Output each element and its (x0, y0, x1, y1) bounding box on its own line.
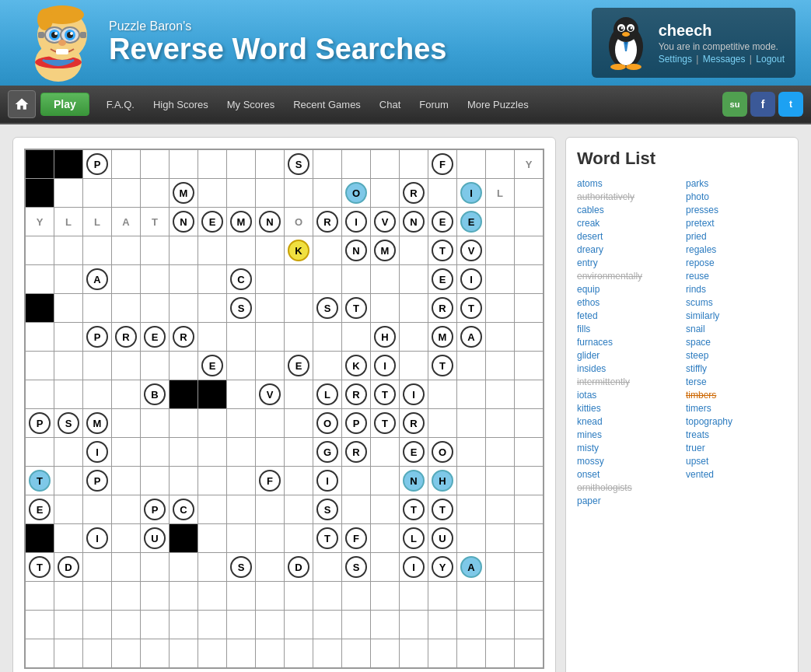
word-item[interactable]: photo (686, 191, 787, 202)
grid-cell[interactable] (371, 553, 399, 581)
grid-cell[interactable] (54, 380, 82, 408)
grid-cell[interactable] (170, 352, 198, 380)
grid-cell[interactable] (515, 380, 543, 408)
grid-cell[interactable]: P (342, 409, 370, 437)
grid-cell[interactable] (486, 639, 514, 667)
grid-cell[interactable]: G (313, 438, 341, 466)
grid-cell[interactable] (26, 582, 54, 610)
grid-cell[interactable] (112, 179, 140, 207)
word-item[interactable]: paper (577, 495, 678, 506)
grid-cell[interactable] (342, 611, 370, 639)
grid-cell[interactable] (515, 438, 543, 466)
word-item[interactable]: pried (686, 231, 787, 242)
grid-cell[interactable] (227, 150, 255, 178)
grid-cell[interactable] (400, 352, 428, 380)
grid-cell[interactable] (26, 323, 54, 351)
word-item[interactable]: environmentally (577, 271, 678, 282)
grid-cell[interactable] (486, 553, 514, 581)
grid-cell[interactable]: T (342, 294, 370, 322)
grid-cell[interactable] (26, 352, 54, 380)
grid-cell[interactable] (256, 294, 284, 322)
grid-cell[interactable] (256, 438, 284, 466)
grid-cell[interactable] (457, 467, 485, 495)
grid-cell[interactable] (170, 639, 198, 667)
grid-cell[interactable] (170, 582, 198, 610)
grid-cell[interactable] (170, 236, 198, 264)
grid-cell[interactable] (83, 611, 111, 639)
grid-cell[interactable] (227, 323, 255, 351)
grid-cell[interactable] (285, 409, 313, 437)
grid-cell[interactable]: O (285, 208, 313, 236)
grid-cell[interactable] (486, 467, 514, 495)
word-item[interactable]: authoritatively (577, 191, 678, 202)
grid-cell[interactable] (112, 236, 140, 264)
nav-high-scores[interactable]: High Scores (144, 86, 218, 123)
grid-cell[interactable] (371, 467, 399, 495)
grid-cell[interactable] (26, 179, 54, 207)
grid-cell[interactable]: I (371, 352, 399, 380)
grid-cell[interactable] (313, 582, 341, 610)
grid-cell[interactable] (198, 495, 226, 523)
grid-cell[interactable]: C (227, 265, 255, 293)
word-item[interactable]: reuse (686, 271, 787, 282)
grid-cell[interactable] (486, 438, 514, 466)
grid-cell[interactable]: V (256, 380, 284, 408)
word-item[interactable]: steep (686, 350, 787, 361)
grid-cell[interactable]: S (313, 495, 341, 523)
grid-cell[interactable] (313, 352, 341, 380)
grid-cell[interactable] (227, 438, 255, 466)
grid-cell[interactable] (26, 265, 54, 293)
grid-cell[interactable] (486, 409, 514, 437)
grid-cell[interactable]: Y (515, 150, 543, 178)
grid-cell[interactable]: E (428, 265, 456, 293)
grid-cell[interactable] (54, 438, 82, 466)
grid-cell[interactable] (26, 150, 54, 178)
grid-cell[interactable]: L (486, 179, 514, 207)
grid-cell[interactable] (313, 265, 341, 293)
grid-cell[interactable] (112, 380, 140, 408)
grid-cell[interactable] (515, 294, 543, 322)
word-item[interactable]: treats (686, 429, 787, 440)
nav-more-puzzles[interactable]: More Puzzles (458, 86, 538, 123)
grid-cell[interactable] (457, 150, 485, 178)
grid-cell[interactable]: E (141, 323, 169, 351)
grid-cell[interactable]: E (26, 495, 54, 523)
grid-cell[interactable] (285, 294, 313, 322)
grid-cell[interactable] (457, 409, 485, 437)
grid-cell[interactable] (170, 409, 198, 437)
grid-cell[interactable]: I (313, 467, 341, 495)
grid-cell[interactable]: V (457, 236, 485, 264)
grid-cell[interactable] (141, 582, 169, 610)
grid-cell[interactable]: T (371, 380, 399, 408)
word-item[interactable]: onset (577, 469, 678, 480)
grid-cell[interactable] (54, 352, 82, 380)
grid-cell[interactable]: M (170, 179, 198, 207)
grid-cell[interactable] (515, 323, 543, 351)
grid-cell[interactable] (54, 467, 82, 495)
grid-cell[interactable] (371, 582, 399, 610)
grid-cell[interactable] (198, 236, 226, 264)
grid-cell[interactable]: N (342, 236, 370, 264)
grid-cell[interactable] (112, 150, 140, 178)
grid-cell[interactable] (428, 582, 456, 610)
word-item[interactable]: snail (686, 324, 787, 334)
word-item[interactable]: iotas (577, 390, 678, 401)
grid-cell[interactable] (285, 639, 313, 667)
grid-cell[interactable] (141, 553, 169, 581)
grid-cell[interactable] (256, 495, 284, 523)
grid-cell[interactable] (457, 438, 485, 466)
grid-cell[interactable] (342, 323, 370, 351)
grid-cell[interactable] (54, 150, 82, 178)
grid-cell[interactable] (198, 294, 226, 322)
grid-cell[interactable]: P (83, 467, 111, 495)
grid-cell[interactable] (83, 639, 111, 667)
grid-cell[interactable]: N (400, 467, 428, 495)
grid-cell[interactable] (256, 150, 284, 178)
grid-cell[interactable]: N (256, 208, 284, 236)
word-item[interactable]: mines (577, 429, 678, 440)
home-button[interactable] (8, 90, 36, 118)
grid-cell[interactable] (83, 495, 111, 523)
grid-cell[interactable]: A (457, 323, 485, 351)
grid-cell[interactable] (112, 265, 140, 293)
grid-cell[interactable] (141, 611, 169, 639)
